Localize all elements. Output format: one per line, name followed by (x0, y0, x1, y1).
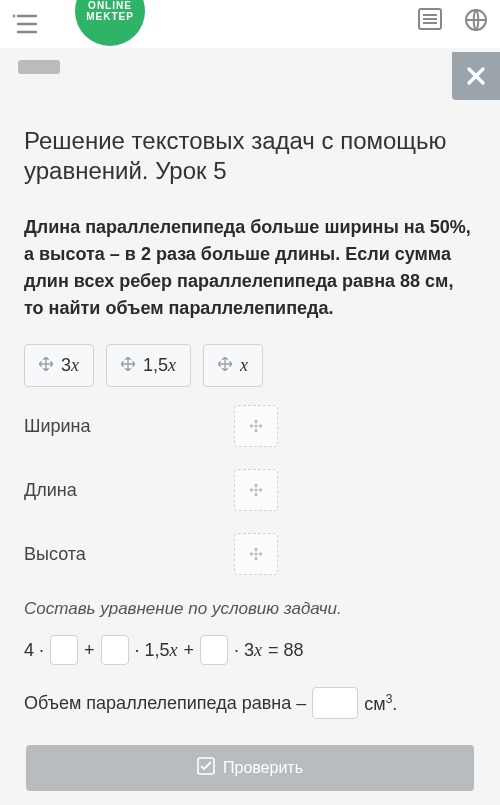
token-label: 3x (61, 355, 79, 376)
token-x[interactable]: x (203, 344, 263, 387)
check-label: Проверить (223, 759, 303, 777)
token-label: 1,5x (143, 355, 176, 376)
eq-part: · 1,5x (135, 640, 178, 661)
drop-height[interactable] (234, 533, 278, 575)
answer-blank[interactable] (312, 687, 358, 719)
problem-text: Длина параллелепипеда больше ширины на 5… (24, 214, 476, 322)
answer-line: Объем параллелепипеда равна – см3. (24, 687, 476, 719)
drop-length[interactable] (234, 469, 278, 511)
answer-unit: см3. (364, 692, 397, 715)
token-1-5x[interactable]: 1,5x (106, 344, 191, 387)
instruction: Составь уравнение по условию задачи. (24, 599, 476, 619)
label-length: Длина (24, 480, 234, 501)
eq-blank-1[interactable] (50, 635, 78, 665)
drop-width[interactable] (234, 405, 278, 447)
token-label: x (240, 355, 248, 376)
eq-part: · 3x (234, 640, 262, 661)
menu-icon[interactable] (12, 13, 38, 35)
progress-pill (18, 60, 60, 74)
eq-part: + (184, 640, 195, 661)
row-length: Длина (24, 469, 476, 511)
label-height: Высота (24, 544, 234, 565)
answer-prefix: Объем параллелепипеда равна – (24, 693, 306, 714)
eq-part: 4 · (24, 640, 44, 661)
logo-line2: MEKTEP (86, 11, 134, 22)
row-height: Высота (24, 533, 476, 575)
draggable-tokens: 3x 1,5x x (24, 344, 476, 387)
token-3x[interactable]: 3x (24, 344, 94, 387)
move-icon (39, 355, 53, 376)
page-title: Решение текстовых задач с помощью уравне… (24, 126, 476, 186)
globe-icon[interactable] (464, 8, 488, 36)
eq-blank-3[interactable] (200, 635, 228, 665)
logo-badge: ONLINE MEKTEP (75, 0, 145, 46)
label-width: Ширина (24, 416, 234, 437)
eq-part: + (84, 640, 95, 661)
logo-line1: ONLINE (88, 0, 132, 11)
eq-blank-2[interactable] (101, 635, 129, 665)
check-button[interactable]: Проверить (26, 745, 474, 791)
row-width: Ширина (24, 405, 476, 447)
equation: 4 · + · 1,5x + · 3x = 88 (24, 635, 476, 665)
close-button[interactable] (452, 52, 500, 100)
list-icon[interactable] (418, 8, 442, 36)
move-icon (218, 355, 232, 376)
check-icon (197, 757, 215, 779)
eq-part: = 88 (268, 640, 304, 661)
move-icon (121, 355, 135, 376)
